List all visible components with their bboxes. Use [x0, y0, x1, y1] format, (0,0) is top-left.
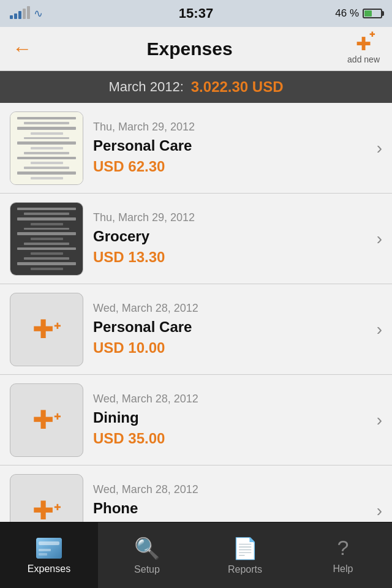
tab-expenses-label: Expenses [28, 564, 70, 575]
add-placeholder-3: ✚✚ [10, 293, 83, 366]
expense-category-5: Phone [93, 500, 367, 517]
chevron-icon-4: › [377, 410, 382, 430]
add-new-icon-wrapper: ✚ ✚ [356, 33, 371, 55]
expense-category-3: Personal Care [93, 318, 367, 336]
svg-rect-4 [39, 553, 47, 556]
chevron-icon-1: › [377, 138, 382, 158]
tab-help[interactable]: ? Help [294, 522, 392, 588]
setup-icon: 🔍 [134, 536, 160, 560]
tab-setup[interactable]: 🔍 Setup [98, 522, 196, 588]
back-button[interactable]: ← [12, 37, 32, 60]
expense-info-4: Wed, March 28, 2012 Dining USD 35.00 [93, 393, 367, 447]
status-time: 15:37 [179, 6, 213, 21]
expense-amount-4: USD 35.00 [93, 430, 367, 447]
add-expense-icon-3: ✚✚ [32, 317, 61, 342]
expenses-tab-icon [34, 537, 64, 560]
battery-fill [364, 10, 372, 17]
expense-info-1: Thu, March 29, 2012 Personal Care USD 62… [93, 121, 367, 175]
battery-percentage: 46 % [335, 7, 359, 20]
expenses-list: Thu, March 29, 2012 Personal Care USD 62… [0, 103, 392, 556]
expense-item-1[interactable]: Thu, March 29, 2012 Personal Care USD 62… [0, 103, 392, 194]
receipt-thumbnail-4: ✚✚ [10, 383, 83, 457]
status-left: ∿ [10, 7, 43, 20]
add-expense-icon-5: ✚✚ [32, 498, 61, 524]
expense-date-3: Wed, March 28, 2012 [93, 302, 367, 315]
battery-icon [363, 9, 382, 18]
add-new-button[interactable]: ✚ ✚ add new [347, 33, 380, 64]
chevron-icon-2: › [377, 229, 382, 249]
expense-amount-3: USD 10.00 [93, 339, 367, 356]
expense-date-5: Wed, March 28, 2012 [93, 483, 367, 496]
header: ← Expenses ✚ ✚ add new [0, 27, 392, 71]
expense-info-3: Wed, March 28, 2012 Personal Care USD 10… [93, 302, 367, 356]
tab-setup-label: Setup [134, 564, 160, 575]
expense-date-4: Wed, March 28, 2012 [93, 393, 367, 405]
expense-amount-1: USD 62.30 [93, 158, 367, 175]
tab-bar: Expenses 🔍 Setup 📄 Reports ? Help [0, 522, 392, 588]
expense-category-2: Grocery [93, 228, 367, 245]
status-bar: ∿ 15:37 46 % [0, 0, 392, 27]
receipt-thumbnail-1 [10, 111, 83, 185]
tab-help-label: Help [333, 564, 353, 575]
add-new-label: add new [347, 55, 380, 64]
page-title: Expenses [146, 39, 232, 59]
add-placeholder-4: ✚✚ [10, 383, 83, 457]
reports-icon: 📄 [232, 536, 258, 560]
month-bar: March 2012: 3.022.30 USD [0, 71, 392, 103]
status-right: 46 % [335, 7, 382, 20]
month-label: March 2012: [108, 79, 183, 95]
add-badge: ✚ [369, 31, 375, 39]
chevron-icon-5: › [377, 501, 382, 521]
expense-date-1: Thu, March 29, 2012 [93, 121, 367, 134]
chevron-icon-3: › [377, 320, 382, 339]
expense-item-3[interactable]: ✚✚ Wed, March 28, 2012 Personal Care USD… [0, 284, 392, 375]
expense-date-2: Thu, March 29, 2012 [93, 211, 367, 224]
month-total: 3.022.30 USD [191, 78, 284, 96]
tab-expenses[interactable]: Expenses [0, 522, 98, 588]
expense-category-1: Personal Care [93, 137, 367, 154]
add-expense-icon-4: ✚✚ [32, 407, 61, 433]
expense-item-2[interactable]: Thu, March 29, 2012 Grocery USD 13.30 › [0, 194, 392, 284]
tab-reports[interactable]: 📄 Reports [196, 522, 294, 588]
signal-icon [10, 8, 30, 19]
expense-amount-2: USD 13.30 [93, 249, 367, 266]
expense-info-2: Thu, March 29, 2012 Grocery USD 13.30 [93, 211, 367, 266]
svg-rect-2 [39, 541, 59, 545]
help-icon: ? [337, 536, 349, 560]
receipt-thumbnail-2 [10, 202, 83, 276]
expense-category-4: Dining [93, 409, 367, 426]
tab-reports-label: Reports [228, 564, 262, 575]
svg-rect-3 [39, 549, 51, 551]
expense-item-4[interactable]: ✚✚ Wed, March 28, 2012 Dining USD 35.00 … [0, 375, 392, 466]
receipt-thumbnail-3: ✚✚ [10, 293, 83, 366]
wifi-icon: ∿ [34, 7, 43, 20]
